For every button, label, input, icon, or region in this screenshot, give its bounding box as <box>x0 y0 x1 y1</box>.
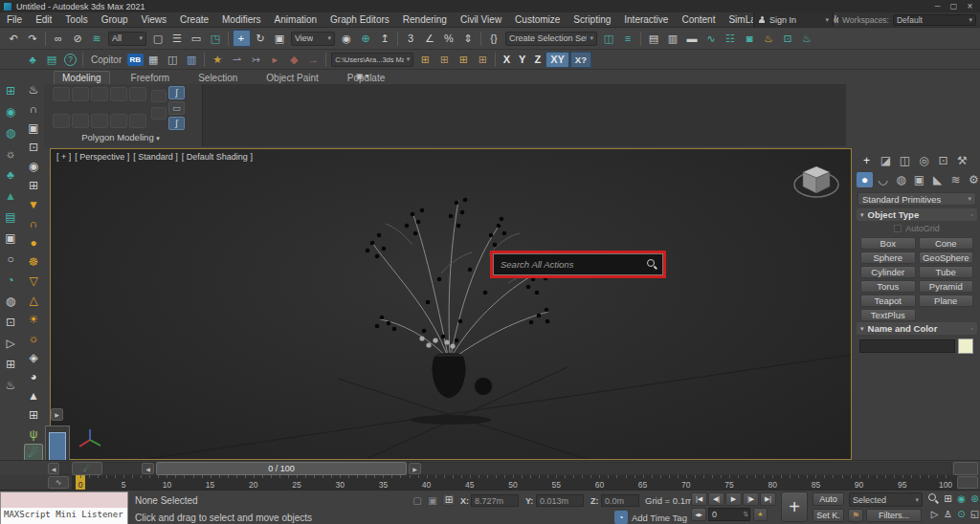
ribbon-button[interactable] <box>53 114 70 128</box>
key-filters-button[interactable]: Filters... <box>866 509 922 522</box>
keyboard-shortcut-override-button[interactable]: ↥ <box>376 30 394 47</box>
menu-civil-view[interactable]: Civil View <box>454 12 508 27</box>
menu-customize[interactable]: Customize <box>508 12 567 27</box>
light-tool-1-button[interactable]: ★ <box>209 51 227 68</box>
menu-scripting[interactable]: Scripting <box>567 12 617 27</box>
object-button-textplus[interactable]: TextPlus <box>860 309 916 321</box>
maxscript-input-row[interactable]: MAXScript Mini Listener <box>1 508 127 524</box>
ribbon-button[interactable] <box>129 87 146 101</box>
zoom-all-button[interactable]: ⊞ <box>942 491 954 506</box>
rectangular-selection-button[interactable]: ▭ <box>188 30 206 47</box>
zoom-button[interactable] <box>928 491 941 506</box>
selection-lock-icon[interactable]: ▣ <box>426 494 439 507</box>
z-coord-field[interactable]: 0.0m <box>601 494 639 507</box>
schematic-view-button[interactable]: ☷ <box>722 30 740 47</box>
auto-key-button[interactable]: Auto <box>813 492 844 506</box>
pendant-light-icon[interactable]: ▽ <box>24 272 43 291</box>
ring-tool-icon[interactable]: ○ <box>1 249 20 270</box>
key-icon-button[interactable]: ★ <box>753 508 768 521</box>
search-input[interactable] <box>494 259 647 270</box>
timeline-tool-button[interactable]: ☄ <box>72 462 102 475</box>
systems-tab[interactable]: ⚙ <box>966 172 980 187</box>
render-production-button[interactable]: ♨ <box>798 30 816 47</box>
play-monitor-icon[interactable]: ▷ <box>1 333 20 354</box>
redo-button[interactable]: ↷ <box>24 30 42 47</box>
add-time-tag[interactable]: Add Time Tag <box>632 513 687 523</box>
maximize-button[interactable]: ▢ <box>946 0 962 11</box>
key-filters-icon-button[interactable]: ⚑ <box>848 509 863 522</box>
snaps-toggle-button[interactable]: 3 <box>402 30 420 47</box>
ribbon-button[interactable]: ▭ <box>168 101 185 115</box>
time-slider-handle[interactable]: 0 / 100 <box>156 462 407 475</box>
ribbon-button[interactable] <box>91 87 108 101</box>
ribbon-button[interactable] <box>129 114 146 128</box>
maximize-viewport-button[interactable]: ◱ <box>969 507 980 521</box>
x-coord-field[interactable]: 8.727m <box>471 494 519 507</box>
hierarchy-tab[interactable]: ◫ <box>897 153 913 168</box>
layer-tool-icon[interactable]: ◔ <box>1 270 20 291</box>
script-page-1-button[interactable]: ⊞ <box>416 51 434 68</box>
object-button-pyramid[interactable]: Pyramid <box>919 280 974 293</box>
maxscript-output-row[interactable] <box>1 492 127 508</box>
name-color-rollout-header[interactable]: ▾ Name and Color ▫ <box>857 322 977 335</box>
geometry-tab[interactable]: ● <box>857 172 873 187</box>
ribbon-button[interactable] <box>72 87 89 101</box>
space-warps-tab[interactable]: ≋ <box>947 172 964 187</box>
ribbon-button[interactable]: ʃ <box>168 117 185 130</box>
teapot-tool-icon[interactable]: ♨ <box>1 375 20 396</box>
align-button[interactable]: ≡ <box>619 30 637 47</box>
zoom-extents-button[interactable]: ◉ <box>955 491 968 506</box>
project-path-dropdown[interactable]: C:\Users\Ara...3ds Max 2021▾ <box>331 53 413 67</box>
walk-through-button[interactable]: ♙ <box>942 507 954 521</box>
sun-icon[interactable]: ☀ <box>24 310 43 329</box>
minimize-button[interactable]: ─ <box>929 0 946 11</box>
display-tab[interactable]: ⊡ <box>935 153 951 168</box>
object-button-geosphere[interactable]: GeoSphere <box>919 251 974 264</box>
menu-interactive[interactable]: Interactive <box>617 12 675 27</box>
create-tab[interactable]: + <box>858 153 875 168</box>
light-tool-5-button[interactable]: ◆ <box>285 51 303 68</box>
blocks-icon[interactable]: ⊞ <box>24 405 43 425</box>
modify-tab[interactable]: ◪ <box>878 153 894 168</box>
viewport-view-menu[interactable]: [ Perspective ] <box>75 152 129 162</box>
ribbon-button[interactable] <box>72 114 89 128</box>
grid-helper-icon[interactable]: ⊞ <box>1 354 20 375</box>
next-frame-button[interactable]: |▶ <box>743 492 759 506</box>
rb-script-button[interactable]: RB <box>127 54 144 66</box>
object-color-swatch[interactable] <box>958 338 973 354</box>
close-button[interactable]: × <box>962 0 978 11</box>
light-bulb-icon[interactable]: ◍ <box>1 122 20 143</box>
tree-list-icon[interactable]: ▤ <box>1 207 20 228</box>
lights-tab[interactable]: ◍ <box>893 172 909 187</box>
cameras-tab[interactable]: ▣ <box>911 172 927 187</box>
menu-rendering[interactable]: Rendering <box>396 12 454 27</box>
utilities-tab[interactable]: ⚒ <box>954 153 970 168</box>
render-setup-button[interactable]: ♨ <box>760 30 778 47</box>
dome-light-icon[interactable]: ∩ <box>24 214 43 233</box>
sign-in-button[interactable]: Sign In ▾ <box>753 12 834 27</box>
select-and-scale-button[interactable]: ▣ <box>271 30 289 47</box>
window-crossing-button[interactable]: ◳ <box>207 30 225 47</box>
viewport-renderer-menu[interactable]: [ Standard ] <box>133 152 178 162</box>
wall-tool-button[interactable]: ▦ <box>145 51 163 68</box>
named-selection-dropdown[interactable]: Create Selection Set▾ <box>505 32 597 46</box>
unlink-selection-button[interactable]: ⊘ <box>69 30 87 47</box>
ribbon-tab-modeling[interactable]: Modeling <box>54 71 110 84</box>
teapot-icon[interactable]: ♨ <box>24 80 43 99</box>
mini-curve-editor-button[interactable]: ∿ <box>48 476 69 489</box>
spinner-snap-button[interactable]: ⇕ <box>459 30 478 47</box>
ribbon-overflow-button[interactable]: ▣ ▾ <box>356 72 369 80</box>
sphere-slice-icon[interactable]: ◕ <box>24 367 43 386</box>
object-button-cylinder[interactable]: Cylinder <box>860 266 916 278</box>
ribbon-button[interactable] <box>53 87 70 101</box>
object-button-plane[interactable]: Plane <box>919 295 974 307</box>
viewport-shading-menu[interactable]: [ Default Shading ] <box>182 152 253 162</box>
maxscript-mini-listener[interactable]: MAXScript Mini Listener <box>0 491 128 524</box>
forest-tool-icon[interactable]: ♣ <box>1 164 20 186</box>
previous-frame-button[interactable]: ◀| <box>708 492 724 506</box>
physical-camera-icon[interactable]: ◉ <box>1 101 20 122</box>
dome-icon[interactable]: ∩ <box>24 99 43 119</box>
select-and-rotate-button[interactable]: ↻ <box>252 30 270 47</box>
object-button-teapot[interactable]: Teapot <box>860 295 916 307</box>
zoom-extents-all-button[interactable]: ⊛ <box>969 491 980 506</box>
